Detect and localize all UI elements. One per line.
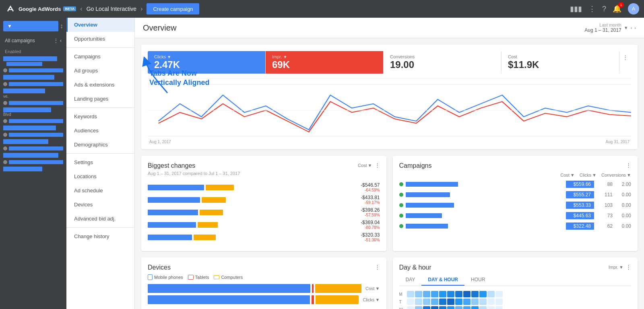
notification-bell[interactable]: 🔔 1 — [613, 4, 621, 13]
clicks-bar-label: Clicks ▼ — [363, 297, 380, 302]
campaigns-more[interactable]: ⋮ — [626, 162, 631, 168]
list-item[interactable] — [0, 73, 66, 81]
sidebar-item-opportunities[interactable]: Opportunities — [66, 32, 134, 46]
row-label-m: M — [399, 292, 406, 297]
sidebar-item-locations[interactable]: Locations — [66, 169, 134, 183]
impr-dropdown[interactable]: ▼ — [283, 55, 287, 59]
more-icon[interactable]: ⋮ — [54, 38, 58, 43]
device-cost-filter[interactable]: Cost ▼ — [365, 286, 380, 291]
date-dropdown-icon[interactable]: ▼ — [624, 25, 628, 30]
heatmap: M — [399, 291, 632, 309]
create-campaign-button[interactable]: Create campaign — [147, 3, 199, 14]
mobile-clicks-bar — [148, 295, 310, 304]
conv-label: Conversions — [390, 54, 495, 59]
campaigns-clicks-header[interactable]: Clicks ▼ — [580, 173, 597, 177]
sidebar-item-demographics[interactable]: Demographics — [66, 138, 134, 152]
tablet-label: Tablets — [195, 275, 209, 280]
sidebar-item-landing-pages[interactable]: Landing pages — [66, 92, 134, 106]
tablet-icon — [188, 275, 194, 280]
sidebar-item-ad-schedule[interactable]: Ad schedule — [66, 183, 134, 198]
expand-icon[interactable]: ↕ — [60, 23, 63, 30]
campaign-selector-button[interactable]: ▼ — [3, 21, 58, 31]
nav-forward-icon[interactable]: › — [140, 5, 142, 12]
list-item[interactable] — [0, 55, 66, 68]
list-item[interactable]: Blvd — [0, 106, 66, 118]
devices-more[interactable]: ⋮ — [375, 264, 380, 270]
heatmap-cell — [407, 306, 414, 309]
metric-clicks[interactable]: Clicks ▼ 2.47K — [148, 51, 266, 74]
list-item[interactable] — [0, 138, 66, 146]
day-hour-filter[interactable]: Impr. ▼ — [609, 265, 623, 270]
list-item[interactable]: ve. — [0, 87, 66, 100]
list-item[interactable] — [0, 159, 66, 165]
date-prev-icon[interactable]: ‹ — [631, 25, 632, 30]
tab-hour[interactable]: HOUR — [464, 274, 491, 286]
list-item[interactable] — [0, 118, 66, 124]
campaign-cost: $322.48 — [566, 222, 594, 230]
campaigns-conv-header[interactable]: Conversions ▼ — [601, 173, 631, 177]
day-hour-more[interactable]: ⋮ — [626, 264, 631, 270]
clicks-dropdown[interactable]: ▼ — [167, 55, 171, 59]
list-item[interactable] — [0, 100, 66, 106]
tab-day-hour[interactable]: DAY & HOUR — [421, 274, 464, 286]
date-next-icon[interactable]: › — [634, 25, 636, 30]
heatmap-cell — [423, 306, 430, 309]
more-options-icon[interactable]: ⋮ — [588, 4, 596, 13]
list-item[interactable] — [0, 132, 66, 138]
list-item[interactable] — [0, 81, 66, 87]
sidebar-item-audiences[interactable]: Audiences — [66, 124, 134, 138]
sidebar-item-devices[interactable]: Devices — [66, 198, 134, 212]
heatmap-cells-m — [407, 291, 503, 297]
metric-conversions[interactable]: Conversions 19.00 — [384, 51, 502, 74]
search-icon — [3, 146, 7, 150]
heatmap-row: T — [399, 299, 632, 305]
sidebar-item-campaigns[interactable]: Campaigns — [66, 49, 134, 64]
heatmap-cell — [479, 306, 487, 309]
campaigns-cost-header[interactable]: Cost ▼ — [560, 173, 575, 177]
biggest-changes-more[interactable]: ⋮ — [375, 162, 380, 168]
date-range-value: Aug 1 – 31, 2017 — [584, 27, 621, 33]
list-item[interactable] — [0, 124, 66, 132]
campaign-cost: $445.63 — [566, 212, 594, 219]
heatmap-cell — [431, 306, 438, 309]
heatmap-cell — [439, 299, 446, 305]
sidebar-item-ads-extensions[interactable]: Ads & extensions — [66, 78, 134, 92]
heatmap-cell — [495, 291, 503, 297]
collapse-icon[interactable]: ‹ — [60, 38, 62, 43]
tab-day[interactable]: DAY — [399, 274, 422, 286]
account-name[interactable]: Go Local Interactive — [87, 6, 137, 12]
campaign-name — [406, 203, 564, 208]
day-hour-card: Day & hour Impr. ▼ ⋮ DAY DAY & HOUR HOUR — [393, 258, 638, 309]
heatmap-cell — [431, 291, 438, 297]
campaign-clicks: 111 — [597, 192, 613, 198]
campaign-conv: 0.00 — [615, 202, 631, 208]
nav-divider-4 — [66, 227, 134, 228]
change-bar-previous — [148, 185, 204, 190]
list-item[interactable] — [0, 165, 66, 173]
tablet-cost-bar — [312, 284, 314, 293]
sidebar-item-settings[interactable]: Settings — [66, 155, 134, 169]
bar-chart-icon[interactable]: ▮▮▮ — [570, 4, 582, 13]
sidebar-item-change-history[interactable]: Change history — [66, 229, 134, 243]
svg-point-0 — [5, 3, 16, 14]
sidebar-item-overview[interactable]: Overview — [66, 18, 134, 32]
device-clicks-filter[interactable]: Clicks ▼ — [363, 297, 380, 302]
list-item[interactable] — [0, 151, 66, 159]
help-icon[interactable]: ? — [602, 5, 606, 13]
chart-more-options[interactable]: ⋮ — [619, 51, 631, 74]
all-campaigns-controls: ⋮ ‹ — [54, 38, 62, 43]
metric-impressions[interactable]: Impr. ▼ 69K — [266, 51, 384, 74]
change-bars — [148, 185, 349, 190]
list-item[interactable] — [0, 146, 66, 151]
sidebar-item-advanced-bid[interactable]: Advanced bid adj. — [66, 212, 134, 226]
user-avatar[interactable]: A — [628, 3, 639, 14]
all-campaigns-row[interactable]: All campaigns ⋮ ‹ — [0, 35, 66, 47]
metric-cost[interactable]: Cost $11.9K — [502, 51, 619, 74]
all-campaigns-label: All campaigns — [5, 38, 35, 43]
nav-back-icon[interactable]: ‹ — [80, 5, 82, 12]
heatmap-cell — [455, 291, 462, 297]
sidebar-item-ad-groups[interactable]: Ad groups — [66, 64, 134, 78]
sidebar-item-keywords[interactable]: Keywords — [66, 109, 134, 124]
list-item[interactable] — [0, 68, 66, 73]
cost-filter-button[interactable]: Cost ▼ — [358, 163, 372, 168]
